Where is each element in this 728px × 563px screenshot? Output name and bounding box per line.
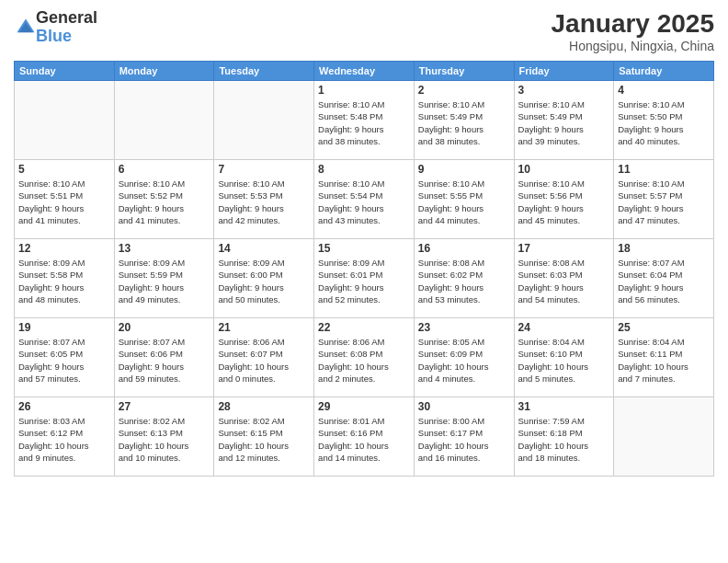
day-info: Sunrise: 8:10 AM Sunset: 5:57 PM Dayligh… — [618, 178, 710, 226]
logo-icon — [16, 17, 36, 38]
table-cell: 18Sunrise: 8:07 AM Sunset: 6:04 PM Dayli… — [614, 239, 714, 318]
logo-text: General Blue — [36, 9, 97, 46]
month-title: January 2025 — [552, 9, 714, 39]
logo-general: General — [36, 8, 97, 27]
table-cell: 19Sunrise: 8:07 AM Sunset: 6:05 PM Dayli… — [15, 318, 115, 397]
table-cell: 31Sunrise: 7:59 AM Sunset: 6:18 PM Dayli… — [514, 397, 614, 477]
day-info: Sunrise: 8:02 AM Sunset: 6:13 PM Dayligh… — [119, 415, 210, 464]
day-number: 30 — [418, 400, 510, 413]
day-info: Sunrise: 8:09 AM Sunset: 5:58 PM Dayligh… — [18, 257, 110, 305]
table-cell: 30Sunrise: 8:00 AM Sunset: 6:17 PM Dayli… — [414, 397, 514, 477]
day-number: 12 — [18, 242, 110, 255]
day-info: Sunrise: 7:59 AM Sunset: 6:18 PM Dayligh… — [518, 415, 610, 464]
table-cell: 11Sunrise: 8:10 AM Sunset: 5:57 PM Dayli… — [614, 160, 714, 239]
day-number: 22 — [318, 321, 410, 334]
col-thursday: Thursday — [414, 62, 514, 81]
table-cell: 9Sunrise: 8:10 AM Sunset: 5:55 PM Daylig… — [414, 160, 514, 239]
week-row-3: 12Sunrise: 8:09 AM Sunset: 5:58 PM Dayli… — [15, 239, 714, 318]
calendar: Sunday Monday Tuesday Wednesday Thursday… — [14, 61, 714, 477]
day-number: 6 — [119, 163, 210, 176]
day-number: 17 — [518, 242, 610, 255]
day-info: Sunrise: 8:00 AM Sunset: 6:17 PM Dayligh… — [418, 415, 510, 464]
day-number: 14 — [218, 242, 310, 255]
table-cell: 13Sunrise: 8:09 AM Sunset: 5:59 PM Dayli… — [114, 239, 214, 318]
day-info: Sunrise: 8:08 AM Sunset: 6:02 PM Dayligh… — [418, 257, 510, 305]
day-info: Sunrise: 8:09 AM Sunset: 6:00 PM Dayligh… — [218, 257, 310, 305]
logo-blue: Blue — [36, 27, 72, 45]
day-info: Sunrise: 8:09 AM Sunset: 5:59 PM Dayligh… — [119, 257, 210, 305]
day-number: 20 — [119, 321, 210, 334]
subtitle: Hongsipu, Ningxia, China — [552, 39, 714, 53]
col-wednesday: Wednesday — [314, 62, 415, 81]
day-number: 1 — [318, 84, 410, 97]
table-cell: 28Sunrise: 8:02 AM Sunset: 6:15 PM Dayli… — [214, 397, 314, 477]
day-info: Sunrise: 8:04 AM Sunset: 6:11 PM Dayligh… — [618, 336, 710, 385]
day-number: 21 — [218, 321, 310, 334]
day-info: Sunrise: 8:01 AM Sunset: 6:16 PM Dayligh… — [318, 415, 410, 464]
table-cell — [15, 81, 115, 160]
day-number: 18 — [618, 242, 710, 255]
day-number: 7 — [218, 163, 310, 176]
day-info: Sunrise: 8:10 AM Sunset: 5:50 PM Dayligh… — [618, 98, 710, 147]
day-number: 28 — [218, 400, 310, 413]
table-cell: 20Sunrise: 8:07 AM Sunset: 6:06 PM Dayli… — [114, 318, 214, 397]
day-info: Sunrise: 8:06 AM Sunset: 6:08 PM Dayligh… — [318, 336, 410, 385]
day-number: 19 — [18, 321, 110, 334]
table-cell: 16Sunrise: 8:08 AM Sunset: 6:02 PM Dayli… — [414, 239, 514, 318]
day-number: 26 — [18, 400, 110, 413]
day-number: 27 — [119, 400, 210, 413]
day-info: Sunrise: 8:10 AM Sunset: 5:49 PM Dayligh… — [418, 98, 510, 147]
week-row-1: 1Sunrise: 8:10 AM Sunset: 5:48 PM Daylig… — [15, 81, 714, 160]
table-cell: 3Sunrise: 8:10 AM Sunset: 5:49 PM Daylig… — [514, 81, 614, 160]
table-cell: 22Sunrise: 8:06 AM Sunset: 6:08 PM Dayli… — [314, 318, 415, 397]
header-row: Sunday Monday Tuesday Wednesday Thursday… — [15, 62, 714, 81]
day-number: 24 — [518, 321, 610, 334]
title-block: January 2025 Hongsipu, Ningxia, China — [552, 9, 714, 53]
day-info: Sunrise: 8:04 AM Sunset: 6:10 PM Dayligh… — [518, 336, 610, 385]
table-cell: 25Sunrise: 8:04 AM Sunset: 6:11 PM Dayli… — [614, 318, 714, 397]
col-sunday: Sunday — [15, 62, 115, 81]
day-info: Sunrise: 8:02 AM Sunset: 6:15 PM Dayligh… — [218, 415, 310, 464]
table-cell — [214, 81, 314, 160]
day-info: Sunrise: 8:10 AM Sunset: 5:54 PM Dayligh… — [318, 178, 410, 226]
table-cell: 1Sunrise: 8:10 AM Sunset: 5:48 PM Daylig… — [314, 81, 415, 160]
day-number: 9 — [418, 163, 510, 176]
day-info: Sunrise: 8:06 AM Sunset: 6:07 PM Dayligh… — [218, 336, 310, 385]
day-number: 29 — [318, 400, 410, 413]
day-info: Sunrise: 8:03 AM Sunset: 6:12 PM Dayligh… — [18, 415, 110, 464]
table-cell — [614, 397, 714, 477]
week-row-4: 19Sunrise: 8:07 AM Sunset: 6:05 PM Dayli… — [15, 318, 714, 397]
day-number: 13 — [119, 242, 210, 255]
table-cell: 14Sunrise: 8:09 AM Sunset: 6:00 PM Dayli… — [214, 239, 314, 318]
table-cell: 8Sunrise: 8:10 AM Sunset: 5:54 PM Daylig… — [314, 160, 415, 239]
table-cell: 6Sunrise: 8:10 AM Sunset: 5:52 PM Daylig… — [114, 160, 214, 239]
col-monday: Monday — [114, 62, 214, 81]
col-friday: Friday — [514, 62, 614, 81]
table-cell: 10Sunrise: 8:10 AM Sunset: 5:56 PM Dayli… — [514, 160, 614, 239]
day-number: 5 — [18, 163, 110, 176]
page: General Blue January 2025 Hongsipu, Ning… — [0, 0, 728, 563]
table-cell: 7Sunrise: 8:10 AM Sunset: 5:53 PM Daylig… — [214, 160, 314, 239]
table-cell: 24Sunrise: 8:04 AM Sunset: 6:10 PM Dayli… — [514, 318, 614, 397]
header: General Blue January 2025 Hongsipu, Ning… — [14, 9, 714, 53]
day-number: 15 — [318, 242, 410, 255]
table-cell: 15Sunrise: 8:09 AM Sunset: 6:01 PM Dayli… — [314, 239, 415, 318]
logo: General Blue — [14, 9, 97, 46]
day-number: 2 — [418, 84, 510, 97]
day-info: Sunrise: 8:10 AM Sunset: 5:52 PM Dayligh… — [119, 178, 210, 226]
day-info: Sunrise: 8:10 AM Sunset: 5:48 PM Dayligh… — [318, 98, 410, 147]
col-tuesday: Tuesday — [214, 62, 314, 81]
day-info: Sunrise: 8:07 AM Sunset: 6:06 PM Dayligh… — [119, 336, 210, 385]
table-cell: 17Sunrise: 8:08 AM Sunset: 6:03 PM Dayli… — [514, 239, 614, 318]
col-saturday: Saturday — [614, 62, 714, 81]
day-info: Sunrise: 8:10 AM Sunset: 5:55 PM Dayligh… — [418, 178, 510, 226]
day-number: 8 — [318, 163, 410, 176]
day-number: 23 — [418, 321, 510, 334]
day-info: Sunrise: 8:07 AM Sunset: 6:04 PM Dayligh… — [618, 257, 710, 305]
day-info: Sunrise: 8:10 AM Sunset: 5:56 PM Dayligh… — [518, 178, 610, 226]
table-cell: 4Sunrise: 8:10 AM Sunset: 5:50 PM Daylig… — [614, 81, 714, 160]
day-info: Sunrise: 8:10 AM Sunset: 5:51 PM Dayligh… — [18, 178, 110, 226]
day-number: 10 — [518, 163, 610, 176]
day-info: Sunrise: 8:08 AM Sunset: 6:03 PM Dayligh… — [518, 257, 610, 305]
day-info: Sunrise: 8:09 AM Sunset: 6:01 PM Dayligh… — [318, 257, 410, 305]
